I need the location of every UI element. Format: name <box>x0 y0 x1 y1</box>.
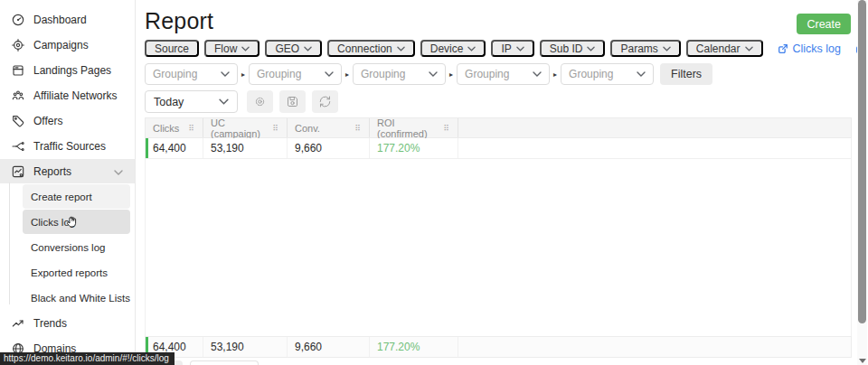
chevron-down-icon <box>304 46 312 51</box>
sidebar-subitem-label: Create report <box>31 192 92 202</box>
refresh-icon <box>318 95 332 108</box>
filter-chip-calendar[interactable]: Calendar <box>686 40 763 57</box>
cell-uc-campaign: 53,190 <box>203 138 288 158</box>
drag-handle-icon[interactable]: ⠿ <box>443 124 448 133</box>
sidebar-subitem-conversions-log[interactable]: Conversions log <box>23 235 130 259</box>
clicks-log-link[interactable]: Clicks log <box>778 42 842 55</box>
sidebar: Dashboard Campaigns Landings Pages Affil… <box>0 0 136 365</box>
footer-cell-conv: 9,660 <box>288 337 370 357</box>
dashboard-icon <box>10 12 25 27</box>
chevron-down-icon <box>429 71 438 77</box>
drag-handle-icon[interactable]: ⠿ <box>354 124 360 133</box>
footer-cell-roi-confirmed: 177.20% <box>370 337 458 357</box>
grouping-row: Grouping ▸ Grouping ▸ Grouping ▸ Groupin… <box>145 63 712 85</box>
campaigns-icon <box>10 37 25 52</box>
sidebar-item-landings-pages[interactable]: Landings Pages <box>0 58 135 82</box>
sidebar-subitem-clicks-log[interactable]: Clicks log <box>23 210 130 234</box>
sidebar-item-label: Trends <box>33 317 67 330</box>
sidebar-item-dashboard[interactable]: Dashboard <box>0 7 135 32</box>
scrollbar-down-arrow-icon[interactable] <box>859 359 866 363</box>
chevron-down-icon <box>663 46 671 51</box>
drag-handle-icon[interactable]: ⠿ <box>272 124 278 133</box>
filter-chip-source[interactable]: Source <box>145 40 199 57</box>
chevron-down-icon <box>219 98 229 105</box>
filter-chip-geo[interactable]: GEO <box>265 40 322 57</box>
link-status-bar: https://demo.keitaro.io/admin/#!/clicks/… <box>0 352 175 365</box>
sidebar-item-reports[interactable]: Reports <box>0 159 135 183</box>
grouping-select-3[interactable]: Grouping <box>353 63 446 85</box>
offers-icon <box>10 113 25 128</box>
arrow-right-separator: ▸ <box>345 70 349 79</box>
chevron-down-icon <box>241 46 250 51</box>
chevron-down-icon <box>114 165 123 178</box>
sidebar-item-label: Dashboard <box>33 14 87 26</box>
table-row[interactable]: 64,400 53,190 9,660 177.20% <box>145 138 852 159</box>
filter-chips-row: Source Flow GEO Connection Device IP Sub… <box>145 40 868 57</box>
filter-chip-device[interactable]: Device <box>420 40 486 57</box>
sidebar-subitem-label: Clicks log <box>31 217 75 228</box>
page-title: Report <box>145 8 213 34</box>
chevron-down-icon <box>516 46 524 51</box>
column-header-clicks[interactable]: Clicks⠿ <box>146 118 203 137</box>
row-accent-bar <box>146 138 148 158</box>
sidebar-subitem-label: Conversions log <box>31 242 105 253</box>
sidebar-item-traffic-sources[interactable]: Traffic Sources <box>0 134 135 158</box>
trends-icon <box>10 315 25 331</box>
filters-button[interactable]: Filters <box>660 63 712 85</box>
filter-chip-sub-id[interactable]: Sub ID <box>540 40 606 57</box>
settings-gear-icon <box>253 95 267 108</box>
table-empty-area <box>145 159 852 336</box>
sidebar-item-label: Traffic Sources <box>33 140 106 153</box>
cell-filler <box>458 138 851 158</box>
column-header-roi-confirmed[interactable]: ROI (confirmed)⠿ <box>370 118 458 137</box>
reports-icon <box>10 164 25 179</box>
save-report-button[interactable] <box>279 90 306 113</box>
sidebar-subitem-black-and-white-lists[interactable]: Black and White Lists <box>23 285 130 310</box>
drag-handle-icon[interactable]: ⠿ <box>188 124 193 133</box>
grouping-select-4[interactable]: Grouping <box>457 63 550 85</box>
sidebar-item-campaigns[interactable]: Campaigns <box>0 33 135 57</box>
chevron-down-icon <box>221 71 230 77</box>
sidebar-item-label: Affiliate Networks <box>33 89 117 102</box>
sidebar-item-label: Campaigns <box>33 39 89 51</box>
create-button[interactable]: Create <box>797 14 851 34</box>
grouping-select-5[interactable]: Grouping <box>561 63 654 85</box>
sidebar-subitem-exported-reports[interactable]: Exported reports <box>23 260 130 285</box>
sidebar-item-affiliate-networks[interactable]: Affiliate Networks <box>0 83 135 108</box>
table-header-row: Clicks⠿ UC (campaign)⠿ Conv.⠿ ROI (confi… <box>145 117 852 138</box>
sidebar-item-label: Landings Pages <box>33 64 111 77</box>
filter-chip-params[interactable]: Params <box>610 40 680 57</box>
date-range-select[interactable]: Today <box>145 90 238 113</box>
sidebar-item-trends[interactable]: Trends <box>0 311 135 335</box>
refresh-button[interactable] <box>312 90 338 113</box>
chevron-down-icon <box>533 71 542 77</box>
column-header-uc-campaign[interactable]: UC (campaign)⠿ <box>203 118 288 137</box>
grouping-select-1[interactable]: Grouping <box>145 63 238 85</box>
column-header-conv[interactable]: Conv.⠿ <box>288 118 370 137</box>
grouping-select-2[interactable]: Grouping <box>249 63 342 85</box>
filter-chip-ip[interactable]: IP <box>491 40 533 57</box>
report-table: Clicks⠿ UC (campaign)⠿ Conv.⠿ ROI (confi… <box>145 117 852 358</box>
table-footer-row: 64,400 53,190 9,660 177.20% <box>145 336 852 358</box>
chevron-down-icon <box>637 71 646 77</box>
toolbar-row: Today <box>145 90 338 113</box>
arrow-right-separator: ▸ <box>553 70 557 79</box>
column-header-filler <box>458 118 851 137</box>
chevron-down-icon <box>467 46 476 51</box>
filter-chip-connection[interactable]: Connection <box>327 40 415 57</box>
chevron-down-icon <box>397 46 405 51</box>
scrollbar-thumb[interactable] <box>858 0 866 323</box>
landings-pages-icon <box>10 62 25 78</box>
affiliate-networks-icon <box>10 88 25 103</box>
filter-chip-flow[interactable]: Flow <box>204 40 259 57</box>
sidebar-subitem-label: Exported reports <box>31 267 108 278</box>
settings-button[interactable] <box>247 90 273 113</box>
chevron-down-icon <box>587 46 595 51</box>
pagination-page-size-select[interactable] <box>190 360 259 365</box>
sidebar-item-label: Reports <box>33 165 71 178</box>
vertical-scrollbar[interactable] <box>857 0 867 365</box>
footer-cell-filler <box>458 337 851 357</box>
sidebar-item-offers[interactable]: Offers <box>0 108 135 133</box>
cell-conv: 9,660 <box>288 138 370 158</box>
sidebar-subitem-create-report[interactable]: Create report <box>23 184 130 209</box>
